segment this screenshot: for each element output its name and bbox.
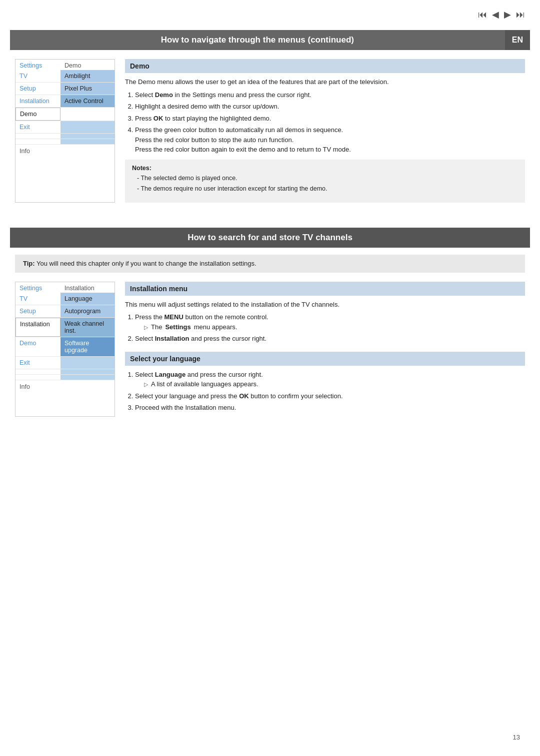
menu1-row-tv: TV Ambilight	[16, 70, 114, 83]
menu2-empty2-right	[60, 375, 114, 380]
section1-title: How to navigate through the menus (conti…	[10, 30, 505, 50]
menu2-exit-right	[60, 357, 114, 369]
menu2-installation-selected: Installation	[16, 318, 60, 337]
section-search-store-channels: How to search for and store TV channels …	[0, 228, 540, 417]
section2-header: How to search for and store TV channels	[10, 228, 530, 248]
section-navigate-menus: How to navigate through the menus (conti…	[0, 30, 540, 203]
demo-description: The Demo menu allows the user to get an …	[125, 77, 525, 87]
menu2-row-installation: Installation Weak channel inst.	[16, 318, 114, 337]
demo-step-4: Press the green color button to automati…	[135, 125, 525, 155]
menu2-row-empty1	[16, 369, 114, 375]
notes-list: The selected demo is played once. The de…	[137, 174, 518, 194]
nav-skip-back-icon[interactable]: ⏮	[478, 10, 487, 20]
menu1-demo-right	[60, 108, 114, 121]
menu2-row-empty2	[16, 375, 114, 380]
installation-menu-label: Installation menu	[125, 282, 525, 296]
section1-header-row: How to navigate through the menus (conti…	[10, 30, 530, 50]
menu1-title-row: Settings Demo	[16, 60, 114, 70]
demo-extra-1: Press the red color button to stop the a…	[135, 136, 294, 144]
language-step-1-sub: A list of available languages appears.	[144, 379, 525, 389]
menu1-active-control: Active Control	[60, 95, 114, 107]
section1-content: Settings Demo TV Ambilight Setup Pixel P…	[15, 59, 525, 203]
menu2-empty1-right	[60, 369, 114, 374]
tip-label: Tip: You will need this chapter only if …	[23, 260, 256, 267]
menu2-row-exit: Exit	[16, 357, 114, 369]
menu2-row-demo: Demo Software upgrade	[16, 337, 114, 357]
menu1-demo-selected: Demo	[16, 108, 60, 121]
section2-content: Settings Installation TV Language Setup …	[15, 282, 525, 417]
menu2-weak-channel: Weak channel inst.	[60, 318, 114, 337]
menu1-row-demo: Demo	[16, 108, 114, 121]
demo-section-label: Demo	[125, 59, 525, 73]
menu2-installation-title: Installation	[64, 285, 110, 292]
menu1-empty2-left	[16, 139, 60, 144]
menu1-row-setup: Setup Pixel Plus	[16, 83, 114, 95]
demo-step-1: Select Demo in the Settings menu and pre…	[135, 90, 525, 100]
menu1-exit-label: Exit	[16, 121, 60, 133]
menu2-info-row: Info	[16, 380, 114, 393]
demo-steps-list: Select Demo in the Settings menu and pre…	[135, 90, 525, 155]
section2-menu-box: Settings Installation TV Language Setup …	[15, 282, 115, 417]
menu1-tv-label: TV	[16, 70, 60, 82]
menu2-row-setup: Setup Autoprogram	[16, 305, 114, 318]
menu2-title-row: Settings Installation	[16, 282, 114, 293]
language-steps-list: Select Language and press the cursor rig…	[135, 370, 525, 413]
menu1-empty1-left	[16, 134, 60, 139]
section1-right-content: Demo The Demo menu allows the user to ge…	[125, 59, 525, 203]
menu1-row-exit: Exit	[16, 121, 114, 134]
installation-step-1-sub: The Settings menu appears.	[144, 322, 525, 332]
menu1-row-empty1	[16, 134, 114, 139]
menu1-empty1-right	[60, 134, 114, 139]
nav-prev-icon[interactable]: ◀	[492, 9, 499, 20]
page-number: 13	[513, 733, 520, 741]
nav-skip-forward-icon[interactable]: ⏭	[516, 10, 525, 20]
nav-icons: ⏮ ◀ ▶ ⏭	[478, 9, 525, 20]
menu1-pixelplus: Pixel Plus	[60, 83, 114, 95]
menu1-info-label: Info	[20, 148, 30, 155]
menu1-settings-label: Settings	[20, 62, 64, 69]
demo-step-3: Press OK to start playing the highlighte…	[135, 114, 525, 124]
menu1-info-row: Info	[16, 145, 114, 158]
menu2-exit-label: Exit	[16, 357, 60, 369]
demo-step-2: Highlight a desired demo with the cursor…	[135, 102, 525, 112]
menu1-installation-label: Installation	[16, 95, 60, 107]
menu2-language: Language	[60, 293, 114, 305]
installation-steps-list: Press the MENU button on the remote cont…	[135, 312, 525, 344]
section1-en-badge: EN	[505, 30, 530, 50]
menu1-setup-label: Setup	[16, 83, 60, 95]
section2-right-content: Installation menu This menu will adjust …	[125, 282, 525, 417]
menu2-info-label: Info	[20, 383, 30, 390]
menu2-settings-label: Settings	[20, 285, 64, 292]
select-language-label: Select your language	[125, 352, 525, 366]
menu1-ambilight: Ambilight	[60, 70, 114, 82]
menu2-empty2-left	[16, 375, 60, 380]
menu2-setup-label: Setup	[16, 305, 60, 317]
menu2-autoprogram: Autoprogram	[60, 305, 114, 317]
installation-step-1: Press the MENU button on the remote cont…	[135, 312, 525, 332]
notes-label: Notes:	[132, 165, 518, 172]
menu2-demo-label: Demo	[16, 337, 60, 356]
menu1-row-installation: Installation Active Control	[16, 95, 114, 108]
language-step-2: Select your language and press the OK bu…	[135, 391, 525, 401]
menu1-exit-right	[60, 121, 114, 133]
menu2-row-tv: TV Language	[16, 293, 114, 305]
menu2-empty1-left	[16, 369, 60, 374]
note-2: The demos require no user interaction ex…	[137, 184, 518, 194]
language-step-3: Proceed with the Installation menu.	[135, 403, 525, 413]
menu1-empty2-right	[60, 139, 114, 144]
installation-step-2: Select Installation and press the cursor…	[135, 334, 525, 344]
section1-menu-box: Settings Demo TV Ambilight Setup Pixel P…	[15, 59, 115, 203]
demo-notes-box: Notes: The selected demo is played once.…	[125, 160, 525, 203]
nav-next-icon[interactable]: ▶	[504, 9, 511, 20]
menu1-demo-title: Demo	[64, 62, 110, 69]
menu2-software-upgrade: Software upgrade	[60, 337, 114, 356]
tip-box: Tip: You will need this chapter only if …	[15, 255, 525, 273]
menu2-tv-label: TV	[16, 293, 60, 305]
menu1-row-empty2	[16, 139, 114, 145]
demo-extra-2: Press the red color button again to exit…	[135, 146, 351, 153]
installation-description: This menu will adjust settings related t…	[125, 300, 525, 310]
note-1: The selected demo is played once.	[137, 174, 518, 183]
language-step-1: Select Language and press the cursor rig…	[135, 370, 525, 389]
